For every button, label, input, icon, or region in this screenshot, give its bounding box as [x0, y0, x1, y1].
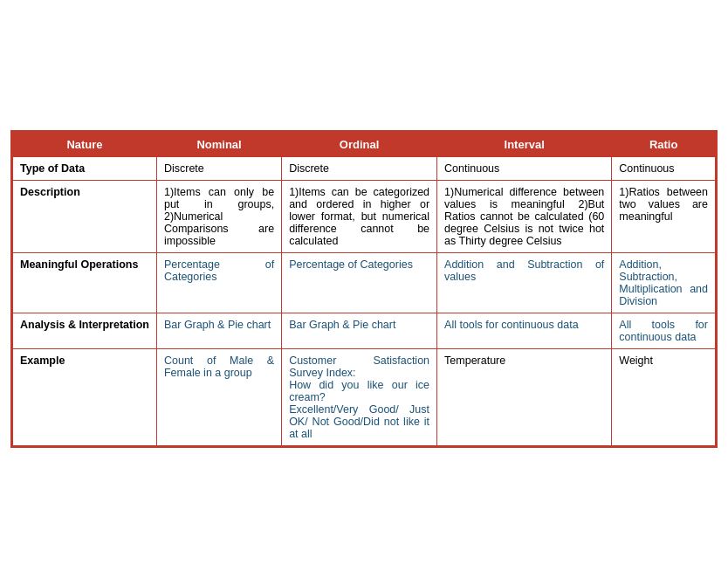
label-meaningful-operations: Meaningful Operations: [13, 253, 157, 313]
cell-type-ratio: Continuous: [612, 157, 716, 181]
label-example: Example: [13, 349, 157, 446]
cell-example-nominal: Count of Male & Female in a group: [156, 349, 281, 446]
cell-analysis-ratio: All tools for continuous data: [612, 313, 716, 349]
row-example: Example Count of Male & Female in a grou…: [13, 349, 716, 446]
cell-ops-interval: Addition and Subtraction of values: [437, 253, 612, 313]
cell-ops-ordinal: Percentage of Categories: [282, 253, 437, 313]
header-nominal: Nominal: [156, 133, 281, 157]
header-ordinal: Ordinal: [282, 133, 437, 157]
header-ratio: Ratio: [612, 133, 716, 157]
header-nature: Nature: [13, 133, 157, 157]
cell-analysis-ordinal: Bar Graph & Pie chart: [282, 313, 437, 349]
label-analysis: Analysis & Interpretation: [13, 313, 157, 349]
cell-example-ordinal: Customer Satisfaction Survey Index: How …: [282, 349, 437, 446]
cell-desc-nominal: 1)Items can only be put in groups, 2)Num…: [156, 181, 281, 253]
cell-analysis-interval: All tools for continuous data: [437, 313, 612, 349]
cell-desc-ordinal: 1)Items can be categorized and ordered i…: [282, 181, 437, 253]
cell-example-ratio: Weight: [612, 349, 716, 446]
cell-example-interval: Temperature: [437, 349, 612, 446]
header-interval: Interval: [437, 133, 612, 157]
row-description: Description 1)Items can only be put in g…: [13, 181, 716, 253]
cell-ops-ratio: Addition, Subtraction, Multiplication an…: [612, 253, 716, 313]
main-table-wrapper: Nature Nominal Ordinal Interval Ratio Ty…: [10, 130, 718, 448]
cell-type-interval: Continuous: [437, 157, 612, 181]
label-type-of-data: Type of Data: [13, 157, 157, 181]
cell-type-nominal: Discrete: [156, 157, 281, 181]
cell-desc-interval: 1)Numerical difference between values is…: [437, 181, 612, 253]
cell-analysis-nominal: Bar Graph & Pie chart: [156, 313, 281, 349]
cell-desc-ratio: 1)Ratios between two values are meaningf…: [612, 181, 716, 253]
row-type-of-data: Type of Data Discrete Discrete Continuou…: [13, 157, 716, 181]
row-meaningful-operations: Meaningful Operations Percentage of Cate…: [13, 253, 716, 313]
cell-type-ordinal: Discrete: [282, 157, 437, 181]
label-description: Description: [13, 181, 157, 253]
row-analysis-interpretation: Analysis & Interpretation Bar Graph & Pi…: [13, 313, 716, 349]
cell-ops-nominal: Percentage of Categories: [156, 253, 281, 313]
